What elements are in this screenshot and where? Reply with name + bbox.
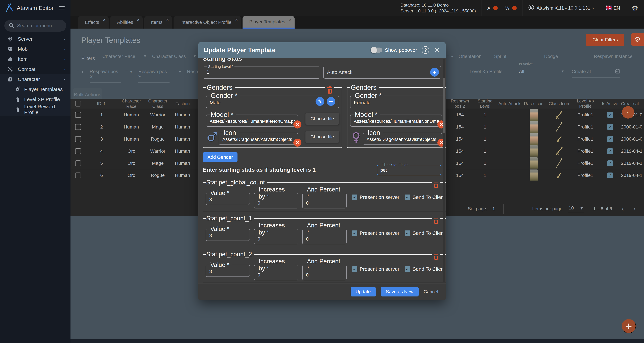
- filter-operator[interactable]: =▾: [125, 69, 136, 77]
- help-icon[interactable]: ?: [422, 46, 429, 54]
- stat-percent-field[interactable]: And Percent *0: [302, 222, 346, 244]
- col-respawn-pos-z[interactable]: Respawn pos Z: [447, 98, 472, 109]
- filter-orientation[interactable]: Orientation: [458, 54, 490, 62]
- edit-gender-button[interactable]: ✎: [316, 97, 324, 106]
- stat-value-field[interactable]: Value *3: [206, 261, 250, 277]
- col-auto-attack[interactable]: Auto Attack: [498, 101, 521, 106]
- stat-percent-field[interactable]: And Percent *0: [302, 258, 346, 280]
- version-dropdown[interactable]: Atavism X.11 - 10.0.1.131 ›: [522, 0, 600, 16]
- sidebar-item-server[interactable]: Server ›: [0, 34, 70, 44]
- add-gender-option-button[interactable]: +: [326, 97, 335, 106]
- row-checkbox[interactable]: [75, 160, 81, 166]
- is-active-checkbox[interactable]: ✓: [607, 173, 613, 178]
- menu-toggle-icon[interactable]: [59, 5, 65, 12]
- col-starting-level[interactable]: Starting Level: [472, 98, 498, 109]
- auto-attack-field[interactable]: Auto Attack +: [323, 66, 441, 79]
- filter-character-class[interactable]: Character Class▾: [152, 54, 196, 62]
- settings-gear-icon[interactable]: ⚙: [632, 4, 638, 13]
- starting-level-field[interactable]: Starting Level * 1: [203, 65, 320, 79]
- row-checkbox[interactable]: [75, 148, 81, 154]
- delete-stat-icon[interactable]: [432, 253, 440, 260]
- stat-increases-field[interactable]: Increases by *0: [254, 186, 298, 208]
- icon-value[interactable]: Assets/Dragonsan/AtavismObjects: [222, 137, 295, 142]
- tab-interactive-object-profile[interactable]: Interactive Object Profile ×: [174, 16, 241, 29]
- modal-scrollbar[interactable]: [443, 59, 445, 282]
- filter-stat-fields-input[interactable]: [380, 167, 438, 173]
- col-character-race[interactable]: Character Race: [118, 98, 145, 109]
- choose-icon-file-button[interactable]: Choose file: [306, 131, 339, 143]
- model-value[interactable]: Assets/Resources/HumanMaleNonUma.pr: [209, 118, 295, 124]
- filter-dodge[interactable]: Dodge: [544, 54, 590, 62]
- show-popover-toggle[interactable]: [371, 48, 382, 53]
- col-create-at[interactable]: Create at: [621, 101, 644, 106]
- filter-is-active[interactable]: All▾: [519, 69, 564, 77]
- filter-stat-fields[interactable]: Filter Stat Fields: [377, 163, 441, 175]
- collapse-filters-button[interactable]: ›: [622, 106, 634, 119]
- stat-increases-field[interactable]: Increases by *0: [254, 258, 298, 280]
- sidebar-item-level-reward-profile[interactable]: Level Reward Profile: [0, 105, 70, 115]
- delete-stat-icon[interactable]: [432, 217, 440, 225]
- gender-field[interactable]: Gender * Female ✎ +: [350, 92, 446, 108]
- row-checkbox[interactable]: [75, 136, 81, 142]
- gender-field[interactable]: Gender * Male ✎ +: [206, 92, 339, 108]
- clear-filters-button[interactable]: Clear Filters: [586, 34, 624, 46]
- filter-operator[interactable]: =▾: [174, 69, 184, 77]
- filter-level-xp-profile[interactable]: Level Xp Profile: [470, 69, 508, 77]
- col-is-active[interactable]: Is Active: [599, 101, 621, 106]
- col-class-icon[interactable]: Class Icon: [546, 101, 572, 106]
- sidebar-item-combat[interactable]: Combat ›: [0, 64, 70, 74]
- next-page-icon[interactable]: ›: [634, 205, 636, 212]
- is-active-checkbox[interactable]: ✓: [607, 124, 613, 130]
- filter-respawn-pos-x[interactable]: Respawn pos X: [90, 69, 121, 83]
- col-level-xp-profile[interactable]: Level Xp Profile: [572, 98, 599, 109]
- gender-value[interactable]: Female: [353, 99, 446, 106]
- filter-operator[interactable]: =▾: [76, 69, 87, 77]
- col-id[interactable]: ID ↑: [86, 101, 118, 107]
- is-active-checkbox[interactable]: ✓: [607, 160, 613, 166]
- set-page-input[interactable]: [490, 204, 504, 214]
- stat-value-field[interactable]: Value *3: [206, 225, 250, 241]
- search-input[interactable]: [17, 23, 59, 28]
- table-settings-gear-icon[interactable]: ⚙: [631, 33, 644, 46]
- stat-value-field[interactable]: Value *3: [206, 189, 250, 205]
- close-icon[interactable]: ×: [102, 18, 106, 22]
- stat-percent-field[interactable]: And Percent *0: [302, 186, 346, 208]
- modal-close-icon[interactable]: ×: [434, 46, 440, 54]
- row-checkbox[interactable]: [75, 124, 81, 130]
- is-active-checkbox[interactable]: ✓: [607, 148, 613, 154]
- sidebar-item-level-xp-profile[interactable]: Level XP Profile: [0, 94, 70, 105]
- close-icon[interactable]: ×: [288, 18, 292, 22]
- filter-operator[interactable]: =▾: [446, 54, 457, 62]
- close-icon[interactable]: ×: [235, 18, 238, 22]
- tab-abilities[interactable]: Abilities ×: [110, 16, 142, 29]
- choose-model-file-button[interactable]: Choose file: [306, 113, 339, 125]
- send-to-client-checkbox[interactable]: ✓: [405, 194, 410, 200]
- select-all-checkbox[interactable]: [75, 101, 81, 107]
- add-gender-button[interactable]: Add Gender: [203, 152, 238, 162]
- sidebar-item-item[interactable]: Item ›: [0, 54, 70, 64]
- model-value[interactable]: Assets/Resources/HumanFemaleNonUma: [353, 118, 439, 124]
- sidebar-item-character[interactable]: Character ›: [0, 74, 70, 84]
- filter-create-at[interactable]: Create at: [572, 69, 620, 78]
- icon-field[interactable]: Icon Assets/Dragonsan/AtavismObjects ×: [363, 129, 442, 145]
- delete-gender-icon[interactable]: [325, 86, 334, 94]
- auto-attack-add-button[interactable]: +: [430, 68, 439, 77]
- language-selector[interactable]: EN: [600, 0, 626, 16]
- save-as-new-button[interactable]: Save as New: [381, 287, 418, 296]
- sidebar-search[interactable]: [4, 20, 66, 32]
- clear-model-icon[interactable]: ×: [294, 120, 302, 129]
- present-on-server-checkbox[interactable]: ✓: [352, 266, 357, 272]
- close-icon[interactable]: ×: [166, 18, 169, 22]
- filter-sprint[interactable]: Sprint: [494, 54, 540, 62]
- row-checkbox[interactable]: [75, 173, 81, 178]
- tab-effects[interactable]: Effects ×: [78, 16, 108, 29]
- col-character-class[interactable]: Character Class: [145, 98, 170, 109]
- update-button[interactable]: Update: [350, 287, 376, 296]
- cancel-button[interactable]: Cancel: [424, 289, 438, 294]
- delete-stat-icon[interactable]: [432, 182, 440, 189]
- filter-respawn-pos-y[interactable]: Respawn pos Y: [138, 69, 170, 83]
- present-on-server-checkbox[interactable]: ✓: [352, 194, 357, 200]
- starting-level-value[interactable]: 1: [206, 69, 317, 75]
- sidebar-item-mob[interactable]: Mob ›: [0, 44, 70, 54]
- model-field[interactable]: Model * Assets/Resources/HumanMaleNonUma…: [206, 111, 298, 127]
